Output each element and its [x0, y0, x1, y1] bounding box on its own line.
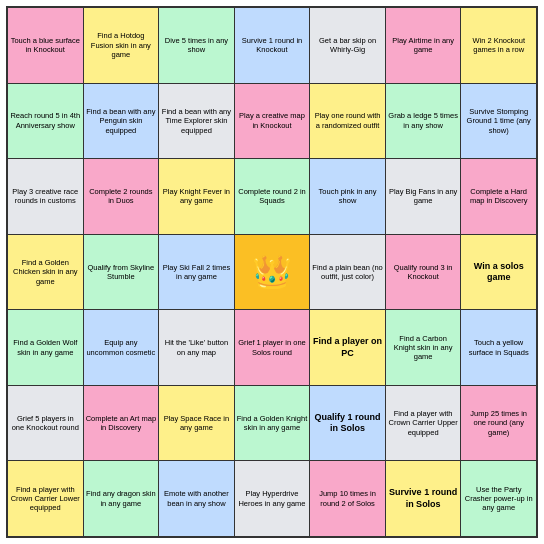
- cell-9[interactable]: Find a bean with any Time Explorer skin …: [159, 84, 234, 159]
- cell-26[interactable]: Qualify round 3 in Knockout: [386, 235, 461, 310]
- cell-13[interactable]: Survive Stomping Ground 1 time (any show…: [461, 84, 536, 159]
- cell-24[interactable]: 👑: [235, 235, 310, 310]
- cell-45[interactable]: Play Hyperdrive Heroes in any game: [235, 461, 310, 536]
- cell-43[interactable]: Find any dragon skin in any game: [84, 461, 159, 536]
- cell-35[interactable]: Grief 5 players in one Knockout round: [8, 386, 83, 461]
- cell-2[interactable]: Dive 5 times in any show: [159, 8, 234, 83]
- cell-23[interactable]: Play Ski Fall 2 times in any game: [159, 235, 234, 310]
- cell-1[interactable]: Find a Hotdog Fusion skin in any game: [84, 8, 159, 83]
- cell-48[interactable]: Use the Party Crasher power-up in any ga…: [461, 461, 536, 536]
- cell-33[interactable]: Find a Carbon Knight skin in any game: [386, 310, 461, 385]
- cell-10[interactable]: Play a creative map in Knockout: [235, 84, 310, 159]
- cell-4[interactable]: Get a bar skip on Whirly-Gig: [310, 8, 385, 83]
- cell-8[interactable]: Find a bean with any Penguin skin equipp…: [84, 84, 159, 159]
- cell-7[interactable]: Reach round 5 in 4th Anniversary show: [8, 84, 83, 159]
- cell-12[interactable]: Grab a ledge 5 times in any show: [386, 84, 461, 159]
- cell-29[interactable]: Equip any uncommon cosmetic: [84, 310, 159, 385]
- cell-37[interactable]: Play Space Race in any game: [159, 386, 234, 461]
- cell-5[interactable]: Play Airtime in any game: [386, 8, 461, 83]
- cell-28[interactable]: Find a Golden Wolf skin in any game: [8, 310, 83, 385]
- cell-30[interactable]: Hit the 'Like' button on any map: [159, 310, 234, 385]
- cell-3[interactable]: Survive 1 round in Knockout: [235, 8, 310, 83]
- cell-11[interactable]: Play one round with a randomized outfit: [310, 84, 385, 159]
- cell-17[interactable]: Complete round 2 in Squads: [235, 159, 310, 234]
- bingo-board: Touch a blue surface in KnockoutFind a H…: [6, 6, 538, 538]
- cell-20[interactable]: Complete a Hard map in Discovery: [461, 159, 536, 234]
- cell-18[interactable]: Touch pink in any show: [310, 159, 385, 234]
- cell-6[interactable]: Win 2 Knockout games in a row: [461, 8, 536, 83]
- cell-46[interactable]: Jump 10 times in round 2 of Solos: [310, 461, 385, 536]
- cell-27[interactable]: Win a solos game: [461, 235, 536, 310]
- cell-22[interactable]: Qualify from Skyline Stumble: [84, 235, 159, 310]
- cell-14[interactable]: Play 3 creative race rounds in customs: [8, 159, 83, 234]
- cell-40[interactable]: Find a player with Crown Carrier Upper e…: [386, 386, 461, 461]
- cell-38[interactable]: Find a Golden Knight skin in any game: [235, 386, 310, 461]
- cell-47[interactable]: Survive 1 round in Solos: [386, 461, 461, 536]
- cell-25[interactable]: Find a plain bean (no outfit, just color…: [310, 235, 385, 310]
- cell-31[interactable]: Grief 1 player in one Solos round: [235, 310, 310, 385]
- cell-42[interactable]: Find a player with Crown Carrier Lower e…: [8, 461, 83, 536]
- cell-41[interactable]: Jump 25 times in one round (any game): [461, 386, 536, 461]
- cell-21[interactable]: Find a Golden Chicken skin in any game: [8, 235, 83, 310]
- cell-36[interactable]: Complete an Art map in Discovery: [84, 386, 159, 461]
- cell-39[interactable]: Qualify 1 round in Solos: [310, 386, 385, 461]
- cell-44[interactable]: Emote with another bean in any show: [159, 461, 234, 536]
- cell-19[interactable]: Play Big Fans in any game: [386, 159, 461, 234]
- cell-0[interactable]: Touch a blue surface in Knockout: [8, 8, 83, 83]
- cell-32[interactable]: Find a player on PC: [310, 310, 385, 385]
- cell-15[interactable]: Complete 2 rounds in Duos: [84, 159, 159, 234]
- cell-34[interactable]: Touch a yellow surface in Squads: [461, 310, 536, 385]
- cell-16[interactable]: Play Knight Fever in any game: [159, 159, 234, 234]
